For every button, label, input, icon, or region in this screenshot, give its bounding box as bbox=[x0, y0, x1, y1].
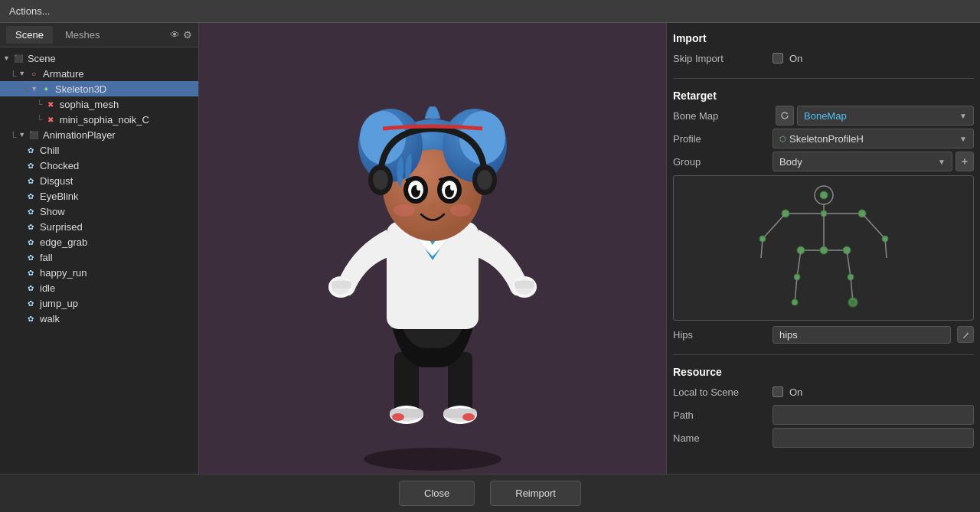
path-label: Path bbox=[673, 409, 773, 421]
group-text: Body bbox=[779, 156, 802, 168]
svg-point-36 bbox=[429, 203, 436, 207]
svg-point-40 bbox=[820, 191, 828, 199]
hips-edit-btn[interactable] bbox=[957, 326, 974, 343]
bonemap-controls: BoneMap ▼ bbox=[776, 106, 974, 126]
local-to-scene-row: Local to Scene On bbox=[673, 381, 974, 403]
resource-section: Resource Local to Scene On Path bbox=[673, 363, 974, 450]
bonemap-refresh-btn[interactable] bbox=[776, 106, 794, 126]
tree-label-chocked: Chocked bbox=[40, 160, 79, 171]
name-label: Name bbox=[673, 432, 773, 444]
tree-label-idle: idle bbox=[40, 282, 55, 294]
bonemap-dropdown[interactable]: BoneMap ▼ bbox=[797, 106, 974, 126]
tree-item-armature[interactable]: L ▼ ○ Armature bbox=[0, 66, 198, 81]
bonemap-value: BoneMap bbox=[804, 110, 847, 122]
local-to-scene-label: Local to Scene bbox=[673, 386, 773, 398]
profile-label: Profile bbox=[673, 133, 773, 145]
tree-item-fall[interactable]: ✿ fall bbox=[0, 249, 198, 265]
group-arrow: ▼ bbox=[938, 158, 946, 166]
mesh-icon-1: ✖ bbox=[44, 98, 57, 110]
path-input[interactable] bbox=[773, 405, 974, 425]
right-panel: Import Skip Import On Retarget Bone Map bbox=[666, 23, 980, 512]
svg-line-59 bbox=[795, 277, 797, 302]
tree-item-idle[interactable]: ✿ idle bbox=[0, 280, 198, 295]
clip-icon-chocked: ✿ bbox=[24, 159, 37, 171]
path-value bbox=[773, 405, 974, 425]
tree-item-walk[interactable]: ✿ walk bbox=[0, 311, 198, 326]
group-value: Body ▼ bbox=[773, 152, 974, 171]
skip-import-checkbox[interactable] bbox=[773, 53, 783, 64]
tree-label-eyeblink: EyeBlink bbox=[40, 191, 79, 202]
hips-value: hips bbox=[773, 326, 951, 344]
clip-icon-jump-up: ✿ bbox=[24, 297, 37, 309]
tree-item-disgust[interactable]: ✿ Disgust bbox=[0, 173, 198, 188]
tab-meshes[interactable]: Meshes bbox=[56, 26, 109, 44]
tree-item-skeleton3d[interactable]: L ▼ ✦ Skeleton3D bbox=[0, 81, 198, 96]
group-dropdown[interactable]: Body ▼ bbox=[773, 152, 952, 171]
tree-label-fall: fall bbox=[40, 252, 53, 263]
svg-rect-17 bbox=[514, 281, 534, 289]
tree-label-armature: Armature bbox=[43, 68, 83, 80]
tree-item-edge-grab[interactable]: ✿ edge_grab bbox=[0, 234, 198, 249]
eye-icon[interactable]: 👁 bbox=[170, 29, 180, 41]
tree-label-sophia-mesh: sophia_mesh bbox=[60, 99, 119, 110]
import-section: Import Skip Import On bbox=[673, 29, 974, 70]
skeleton-svg bbox=[755, 181, 893, 315]
tree-item-chocked[interactable]: ✿ Chocked bbox=[0, 158, 198, 173]
retarget-header: Retarget bbox=[673, 90, 974, 102]
left-tabs: Scene Meshes 👁 ⚙ bbox=[0, 23, 198, 47]
tree-item-eyeblink[interactable]: ✿ EyeBlink bbox=[0, 188, 198, 204]
character-container bbox=[264, 61, 601, 474]
tab-scene[interactable]: Scene bbox=[6, 26, 53, 44]
svg-point-38 bbox=[450, 204, 472, 217]
local-to-scene-checkbox[interactable] bbox=[773, 386, 783, 397]
left-icons: 👁 ⚙ bbox=[170, 29, 192, 41]
resource-header: Resource bbox=[673, 366, 974, 378]
main-layout: Scene Meshes 👁 ⚙ ▼ ⬛ Scene L ▼ ○ Armatur… bbox=[0, 23, 980, 512]
import-header: Import bbox=[673, 32, 974, 44]
settings-icon[interactable]: ⚙ bbox=[183, 29, 192, 41]
close-button[interactable]: Close bbox=[399, 481, 475, 506]
skip-import-label: Skip Import bbox=[673, 53, 773, 64]
retarget-section: Retarget Bone Map BoneMap ▼ bbox=[673, 86, 974, 347]
reimport-button[interactable]: Reimport bbox=[490, 481, 581, 506]
bonemap-row: Bone Map BoneMap ▼ bbox=[673, 105, 974, 126]
tree-label-jump-up: jump_up bbox=[40, 298, 78, 309]
tree-label-mini-sophia: mini_sophia_noik_C bbox=[60, 114, 149, 126]
profile-dropdown[interactable]: ⬡ SkeletonProfileH ▼ bbox=[773, 129, 974, 148]
profile-icon: ⬡ bbox=[779, 135, 786, 143]
tree-label-animplayer: AnimationPlayer bbox=[43, 129, 116, 141]
title-text: Actions... bbox=[9, 5, 50, 17]
tree-label-disgust: Disgust bbox=[40, 175, 73, 187]
anim-icon: ⬛ bbox=[28, 129, 40, 141]
tree-item-animplayer[interactable]: L ▼ ⬛ AnimationPlayer bbox=[0, 127, 198, 142]
add-icon bbox=[960, 157, 969, 166]
svg-line-49 bbox=[862, 214, 885, 239]
tree-item-surprised[interactable]: ✿ Surprised bbox=[0, 219, 198, 234]
scene-icon: ⬛ bbox=[12, 52, 24, 64]
tree-label-surprised: Surprised bbox=[40, 221, 83, 233]
clip-icon-fall: ✿ bbox=[24, 251, 37, 263]
group-add-btn[interactable] bbox=[956, 152, 974, 171]
clip-icon-chill: ✿ bbox=[24, 144, 37, 156]
refresh-icon bbox=[780, 111, 789, 120]
tree-label-happy-run: happy_run bbox=[40, 267, 87, 279]
tree-item-mini-sophia[interactable]: └ ✖ mini_sophia_noik_C bbox=[0, 112, 198, 127]
svg-line-61 bbox=[847, 250, 851, 277]
group-row: Group Body ▼ bbox=[673, 151, 974, 172]
hips-value-area: hips bbox=[773, 326, 974, 344]
edit-icon bbox=[962, 331, 970, 339]
tree-item-scene[interactable]: ▼ ⬛ Scene bbox=[0, 51, 198, 66]
tree-item-jump-up[interactable]: ✿ jump_up bbox=[0, 295, 198, 311]
tree-item-sophia-mesh[interactable]: └ ✖ sophia_mesh bbox=[0, 96, 198, 112]
tree-item-chill[interactable]: ✿ Chill bbox=[0, 142, 198, 158]
clip-icon-idle: ✿ bbox=[24, 282, 37, 294]
profile-arrow: ▼ bbox=[959, 135, 967, 143]
tree-label-chill: Chill bbox=[40, 145, 59, 156]
tree-item-show[interactable]: ✿ Show bbox=[0, 204, 198, 219]
tree-label-edge-grab: edge_grab bbox=[40, 236, 87, 248]
character-svg bbox=[264, 61, 601, 474]
tree-item-happy-run[interactable]: ✿ happy_run bbox=[0, 265, 198, 280]
name-input[interactable] bbox=[773, 428, 974, 448]
scene-tree: ▼ ⬛ Scene L ▼ ○ Armature L ▼ ✦ Skeleton3… bbox=[0, 47, 198, 512]
svg-point-10 bbox=[462, 413, 475, 421]
